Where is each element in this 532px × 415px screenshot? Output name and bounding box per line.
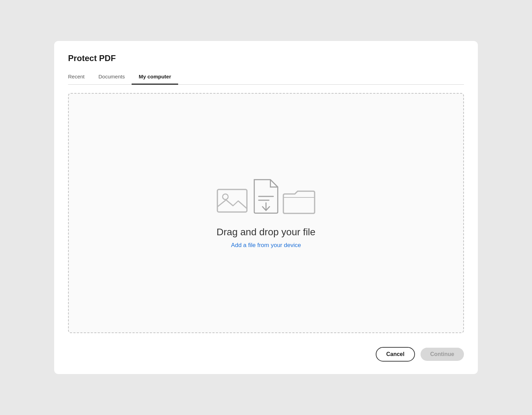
- image-icon: [216, 188, 250, 215]
- cancel-button[interactable]: Cancel: [376, 347, 415, 362]
- dialog-footer: Cancel Continue: [68, 344, 464, 362]
- continue-button[interactable]: Continue: [421, 348, 464, 361]
- folder-icon: [282, 188, 316, 215]
- add-file-link[interactable]: Add a file from your device: [231, 242, 301, 249]
- svg-point-1: [223, 194, 228, 200]
- protect-pdf-dialog: Protect PDF Recent Documents My computer: [54, 41, 478, 374]
- drop-zone-text: Drag and drop your file: [217, 227, 316, 238]
- drop-zone-icons: [216, 177, 316, 215]
- tab-documents[interactable]: Documents: [92, 70, 132, 85]
- file-drop-zone[interactable]: Drag and drop your file Add a file from …: [68, 93, 464, 333]
- svg-rect-0: [217, 189, 247, 212]
- tab-my-computer[interactable]: My computer: [132, 70, 178, 85]
- tab-bar: Recent Documents My computer: [68, 70, 464, 85]
- document-icon: [247, 177, 285, 215]
- tab-recent[interactable]: Recent: [68, 70, 92, 85]
- dialog-title: Protect PDF: [68, 53, 464, 63]
